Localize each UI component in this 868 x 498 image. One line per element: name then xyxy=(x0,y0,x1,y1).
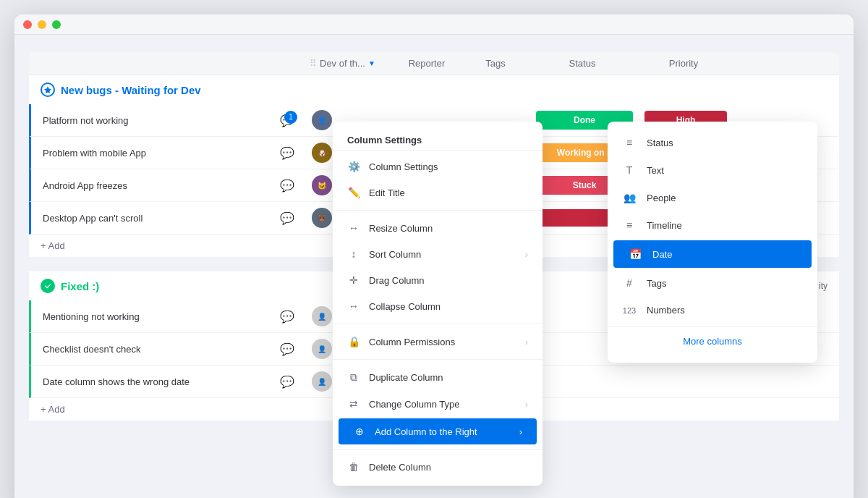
row-name: Problem with mobile App xyxy=(43,148,146,159)
menu-label: Sort Column xyxy=(369,249,421,260)
sub-item-tags[interactable]: # Tags xyxy=(608,269,817,297)
comment-icon[interactable]: 💬 xyxy=(280,342,294,356)
row-name: Android App freezes xyxy=(43,180,127,191)
dropdown-arrow-icon: ▼ xyxy=(368,59,375,67)
sub-item-people[interactable]: 👥 People xyxy=(608,184,817,211)
sub-item-text[interactable]: T Text xyxy=(608,156,817,184)
duplicate-icon: ⧉ xyxy=(347,371,360,384)
menu-item-edit-title[interactable]: ✏️ Edit Title xyxy=(333,180,542,206)
group-icon-bugs xyxy=(41,83,55,97)
avatar: 🐻 xyxy=(312,208,332,228)
row-name: Platform not working xyxy=(43,115,129,126)
divider xyxy=(333,359,542,360)
group-title-fixed: Fixed :) xyxy=(61,280,99,292)
avatar: 👤 xyxy=(312,371,332,392)
menu-item-column-permissions[interactable]: 🔒 Column Permissions › xyxy=(333,329,542,355)
drag-dots-icon: ⠿ xyxy=(310,58,317,69)
row-name: Checklist doesn't check xyxy=(43,344,140,355)
col-header-dev[interactable]: ⠿ Dev of th... ▼ xyxy=(304,52,391,75)
row-name: Desktop App can't scroll xyxy=(43,213,142,224)
notification-wrap: 💬 1 xyxy=(280,114,294,127)
table-header: ⠿ Dev of th... ▼ Reporter Tags Status Pr… xyxy=(29,52,839,75)
row-name-cell: Problem with mobile App 💬 xyxy=(31,139,306,167)
menu-item-column-settings[interactable]: ⚙️ Column Settings xyxy=(333,153,542,180)
maximize-button[interactable] xyxy=(52,20,61,29)
sub-item-timeline[interactable]: ≡ Timeline xyxy=(608,211,817,239)
chevron-right-icon: › xyxy=(519,426,522,437)
sub-label: Date xyxy=(652,249,672,260)
group-title-bugs: New bugs - Waiting for Dev xyxy=(61,84,201,96)
group-icon-fixed xyxy=(41,279,55,293)
row-name: Mentioning not working xyxy=(43,311,140,322)
sub-label: Numbers xyxy=(647,305,685,316)
divider xyxy=(333,324,542,324)
col-header-tags: Tags xyxy=(463,52,528,75)
menu-item-sort-column[interactable]: ↕ Sort Column › xyxy=(333,241,542,267)
menu-item-change-column-type[interactable]: ⇄ Change Column Type › xyxy=(333,391,542,417)
row-name-cell: Android App freezes 💬 xyxy=(31,172,306,200)
minimize-button[interactable] xyxy=(38,20,46,29)
group-header-bugs: New bugs - Waiting for Dev xyxy=(29,75,839,104)
menu-item-drag-column[interactable]: ✛ Drag Column xyxy=(333,267,542,293)
app-window: ⠿ Dev of th... ▼ Reporter Tags Status Pr… xyxy=(14,14,854,498)
menu-label: Add Column to the Right xyxy=(375,426,477,437)
date-icon: 📅 xyxy=(628,248,642,260)
menu-item-duplicate-column[interactable]: ⧉ Duplicate Column xyxy=(333,364,542,391)
gear-icon: ⚙️ xyxy=(347,161,360,172)
sub-item-date[interactable]: 📅 Date xyxy=(613,240,812,268)
sub-label: Text xyxy=(647,165,664,176)
menu-label: Drag Column xyxy=(369,275,425,286)
menu-label: Duplicate Column xyxy=(369,372,443,383)
plus-circle-icon: ⊕ xyxy=(353,426,366,437)
comment-icon[interactable]: 💬 xyxy=(280,179,294,193)
sub-label: Status xyxy=(647,138,673,148)
row-name-cell: Desktop App can't scroll 💬 xyxy=(31,204,306,232)
col-header-name xyxy=(29,52,304,75)
trash-icon: 🗑 xyxy=(347,461,360,473)
menu-label: Edit Title xyxy=(369,187,405,198)
chevron-right-icon: › xyxy=(525,399,528,410)
sub-item-status[interactable]: ≡ Status xyxy=(608,129,817,156)
comment-icon[interactable]: 💬 xyxy=(280,375,294,389)
menu-item-collapse-column[interactable]: ↔ Collapse Column xyxy=(333,293,542,319)
collapse-icon: ↔ xyxy=(347,300,360,312)
chevron-right-icon: › xyxy=(525,249,528,260)
col-header-reporter: Reporter xyxy=(391,52,463,75)
sub-label: Tags xyxy=(647,278,666,289)
comment-icon[interactable]: 💬 xyxy=(280,146,294,160)
menu-label: Column Permissions xyxy=(369,337,455,347)
column-type-dropdown: ≡ Status T Text 👥 People ≡ Timeline 📅 Da… xyxy=(608,122,817,363)
menu-item-add-column-right[interactable]: ⊕ Add Column to the Right › xyxy=(339,418,537,444)
divider xyxy=(333,449,542,450)
close-button[interactable] xyxy=(23,20,32,29)
comment-icon[interactable]: 💬 xyxy=(280,310,294,324)
avatar: 👤 xyxy=(312,339,332,359)
more-columns-button[interactable]: More columns xyxy=(608,326,817,355)
tags-icon: # xyxy=(622,277,637,289)
status-cell xyxy=(530,377,639,386)
menu-label: Column Settings xyxy=(369,161,438,172)
dropdown-section-title: Column Settings xyxy=(333,127,542,151)
avatar: 👤 xyxy=(312,110,332,130)
menu-item-resize-column[interactable]: ↔ Resize Column xyxy=(333,215,542,241)
window-header xyxy=(14,14,854,35)
sub-label: Timeline xyxy=(647,220,682,231)
priority-label-fixed: ity xyxy=(819,281,827,291)
sub-item-numbers[interactable]: 123 Numbers xyxy=(608,297,817,324)
menu-label: Collapse Column xyxy=(369,301,441,312)
lock-icon: 🔒 xyxy=(347,336,360,347)
row-name-cell: Mentioning not working 💬 xyxy=(31,303,306,331)
row-name-cell: Checklist doesn't check 💬 xyxy=(31,335,306,363)
column-settings-dropdown: Column Settings ⚙️ Column Settings ✏️ Ed… xyxy=(333,122,542,486)
status-icon: ≡ xyxy=(622,137,637,148)
avatar: 🐱 xyxy=(312,175,332,195)
menu-label: Delete Column xyxy=(369,462,431,473)
comment-icon[interactable]: 💬 xyxy=(280,211,294,225)
row-name-cell: Date column shows the wrong date 💬 xyxy=(31,368,306,396)
timeline-icon: ≡ xyxy=(622,219,637,231)
avatar: 👤 xyxy=(312,306,332,326)
chevron-right-icon: › xyxy=(525,337,528,347)
menu-item-delete-column[interactable]: 🗑 Delete Column xyxy=(333,454,542,480)
pencil-icon: ✏️ xyxy=(347,187,360,198)
divider xyxy=(333,210,542,211)
